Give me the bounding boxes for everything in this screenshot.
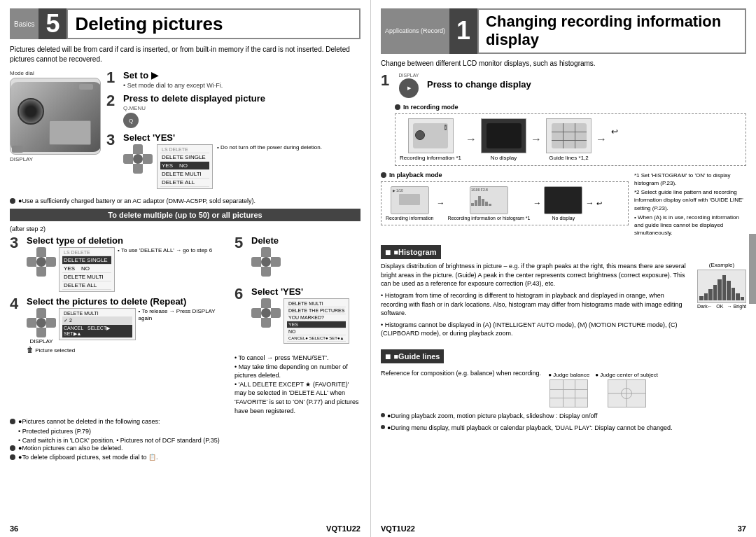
note-1: ●Use a sufficiently charged battery or a… <box>10 197 360 204</box>
right-intro: Change between different LCD monitor dis… <box>381 60 746 67</box>
guide-lines-section: ■ ■Guide lines Reference for composition… <box>381 345 746 407</box>
right-bullet-icon-2 <box>381 425 385 429</box>
delete-multi-confirm: DELETE MULTI DELETE THE PICTURES YOU MAR… <box>284 298 349 344</box>
footnotes-col: *1 Set 'HISTOGRAM' to 'ON' to display hi… <box>634 172 746 237</box>
pb-arrow-2: → <box>533 198 541 208</box>
step-5: 5 Delete <box>234 235 360 277</box>
step-6: 6 Select 'YES' DELETE MUL <box>234 286 360 344</box>
right-header-label: Applications (Record) <box>381 8 449 54</box>
histogram-section: ■ ■Histogram Displays distribution of br… <box>381 241 746 341</box>
arrow-2: → <box>531 133 542 146</box>
step-1: 1 Set to ▶ • Set mode dial to any except… <box>106 70 360 89</box>
pic-selected-label: 🗑 Picture selected <box>27 346 229 354</box>
right-bullet-icon-1 <box>381 413 385 417</box>
step-3b: 3 Select type of deletion <box>10 235 229 292</box>
dpad-icon <box>123 144 153 174</box>
bullet-sub-1: • Protected pictures (P.79) <box>10 427 360 436</box>
left-header: Basics 5 Deleting pictures <box>10 8 360 39</box>
note-cancel: • To cancel → press 'MENU/SET'. <box>234 354 360 363</box>
step-3-number: 3 <box>106 132 120 148</box>
guide-grid: ● Judge balance ● Judge center of subjec… <box>548 372 658 407</box>
step-3-title: Select 'YES' <box>123 132 360 143</box>
display-button-icon: ▶ <box>399 78 419 98</box>
step-4-note: • To release → Press DISPLAY again <box>139 308 229 323</box>
footnote-2: *2 Select guide line pattern and recordi… <box>634 188 746 212</box>
rec-info-label: Recording information *1 <box>400 155 461 161</box>
judge-center-label: ● Judge center of subject <box>595 372 658 378</box>
step-6-content: Select 'YES' DELETE MULTI DE <box>248 286 360 344</box>
note-1-text: ●Use a sufficiently charged battery or a… <box>18 197 255 204</box>
footnote-3: • When (A) is in use, recording informat… <box>634 214 746 237</box>
step-3b-content: Select type of deletion LS DELETE <box>24 235 229 292</box>
camera-illustration: Mode dial DISPLAY <box>10 70 101 147</box>
step-3-note: • Do not turn off the power during delet… <box>217 144 322 151</box>
step-4: 4 Select the pictures to delete (Repeat) <box>10 296 229 354</box>
pb-back-arrow: ↩ <box>596 200 602 207</box>
right-bullet-2: ●During menu display, multi playback or … <box>381 424 746 433</box>
histogram-desc: Displays distribution of brightness in p… <box>381 262 692 288</box>
dpad-step3b <box>27 247 56 277</box>
camera-body <box>10 78 101 155</box>
dark-banner: To delete multiple (up to 50) or all pic… <box>10 209 360 221</box>
pb-histogram-label: Recording information or histogram *1 <box>447 216 530 221</box>
right-step-1-content: DISPLAY ▶ Press to change display <box>395 73 531 98</box>
step-2-content: Press to delete displayed picture Q.MENU… <box>120 93 360 128</box>
histogram-title: ■ ■Histogram <box>381 245 441 259</box>
recording-mode-section: In recording mode i Recording informatio… <box>395 104 746 166</box>
rec-info-col: i Recording information *1 <box>400 118 461 161</box>
pb-info-label: Recording information <box>386 216 433 221</box>
multi-steps-area: 3 Select type of deletion <box>10 235 360 415</box>
guide-center-col: ● Judge center of subject <box>595 372 658 407</box>
note-time: • May take time depending on number of p… <box>234 363 360 380</box>
qmenu-button-icon: Q <box>123 113 139 128</box>
display-label: DISPLAY <box>10 156 101 162</box>
right-page-code: VQT1U22 <box>381 524 415 533</box>
step-3: 3 Select 'YES' <box>106 132 360 189</box>
delete-menu-3b: LS DELETE DELETE SINGLE YES NO DELETE MU… <box>59 247 115 292</box>
after-step-label: (after step 2) <box>10 225 360 232</box>
recording-bullet <box>395 104 400 110</box>
pb-histogram-col: 1/100 F2.8 R <box>447 186 530 221</box>
step-3b-number: 3 <box>10 235 24 251</box>
right-step-1-title: Press to change display <box>427 79 531 90</box>
judge-balance-label: ● Judge balance <box>548 372 589 378</box>
right-bullet-1: ●During playback zoom, motion picture pl… <box>381 412 746 421</box>
bullet-text-3: ●To delete clipboard pictures, set mode … <box>18 454 158 461</box>
bullet-2: ●Motion pictures can also be deleted. <box>10 445 360 452</box>
arrow-3: → <box>596 133 607 146</box>
step-3b-note: • To use 'DELETE ALL' → go to step 6 <box>118 247 212 254</box>
guide-center-box <box>608 379 646 407</box>
step-1-title: Set to ▶ <box>123 70 360 81</box>
left-page-code: VQT1U22 <box>326 524 360 533</box>
playback-mode-section: In playback mode ▶ 1/10 Recording inform… <box>381 172 629 237</box>
guide-lines-label: Guide lines *1,2 <box>549 155 588 161</box>
guide-lines-content: Reference for composition (e.g. balance)… <box>381 369 746 407</box>
right-bullet-text-2: ●During menu display, multi playback or … <box>387 424 672 433</box>
bullet-1: ●Pictures cannot be deleted in the follo… <box>10 418 360 425</box>
playback-mode-label: In playback mode <box>389 172 442 179</box>
left-footer: 36 VQT1U22 <box>0 524 370 533</box>
bullet-sub-2: • Card switch is in 'LOCK' position. • P… <box>10 436 360 445</box>
playback-mode-display-row: ▶ 1/10 Recording information → 1/100 F2.… <box>381 181 629 225</box>
right-step-1: 1 DISPLAY ▶ Press to change display <box>381 73 746 98</box>
histogram-scale: Dark← OK → Bright <box>697 304 746 309</box>
step-4-title: Select the pictures to delete (Repeat) <box>27 296 229 307</box>
bullet-icon-1 <box>10 419 15 424</box>
step-4-content: Select the pictures to delete (Repeat) D… <box>24 296 229 354</box>
bottom-bullets: ●Pictures cannot be deleted in the follo… <box>10 418 360 461</box>
delete-multi-menu: DELETE MULTI ✓ 2 CANCEL SELECT▶ SET▶▲ <box>59 308 136 340</box>
page-right: Applications (Record) 1 Changing recordi… <box>371 0 756 537</box>
right-step-1-number: 1 <box>381 73 395 88</box>
note-bullet-1 <box>10 198 15 204</box>
display-tag: DISPLAY <box>398 73 419 78</box>
step-2-title: Press to delete displayed picture <box>123 93 360 104</box>
step-5-content: Delete <box>248 235 360 277</box>
step-3b-title: Select type of deletion <box>27 235 229 246</box>
guide-ref-text: Reference for composition (e.g. balance)… <box>381 369 541 378</box>
step-6-number: 6 <box>234 286 248 302</box>
guide-lines-title: ■ ■Guide lines <box>381 349 444 363</box>
right-header-number: 1 <box>449 8 477 54</box>
arrow-1: → <box>465 133 477 146</box>
left-intro: Pictures deleted will be from card if ca… <box>10 45 360 64</box>
right-header-title: Changing recording information display <box>477 8 746 54</box>
